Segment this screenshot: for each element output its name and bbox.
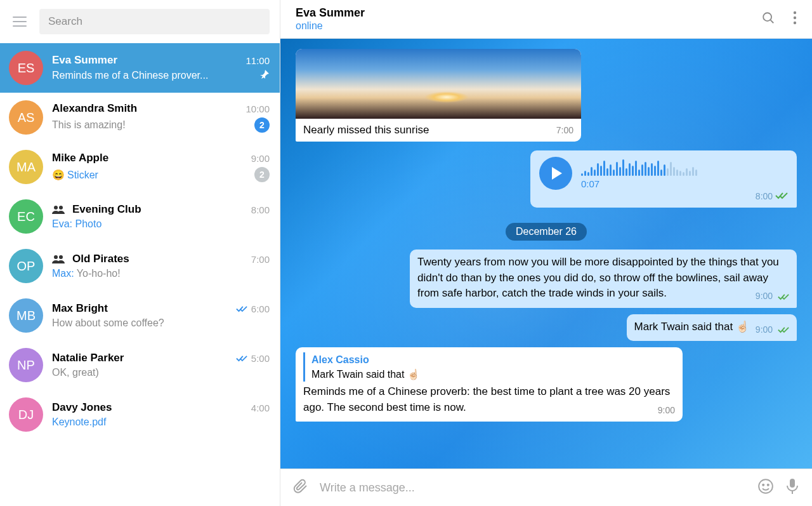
attach-icon[interactable]: [293, 479, 308, 496]
chat-preview: This is amazing!: [52, 119, 251, 131]
mic-icon[interactable]: [785, 478, 799, 497]
photo-caption: Nearly missed this sunrise: [303, 124, 556, 136]
chat-time: 11:00: [246, 55, 270, 66]
chat-item[interactable]: MBMax Bright6:00How about some coffee?: [0, 291, 280, 340]
voice-duration: 0:07: [581, 178, 788, 189]
avatar: AS: [9, 100, 43, 135]
chat-preview: Eva: Photo: [52, 218, 270, 230]
search-input[interactable]: [48, 15, 261, 28]
message-time: 9:00: [756, 324, 773, 335]
reply-text: Mark Twain said that ☝🏻: [311, 367, 675, 382]
svg-point-11: [768, 484, 769, 486]
chat-name: Natalie Parker: [52, 352, 232, 364]
message-input[interactable]: [320, 481, 746, 495]
chat-name: Max Bright: [52, 302, 232, 315]
chat-time: 9:00: [251, 153, 270, 164]
chat-name: Old Pirates: [72, 253, 247, 265]
group-icon: [52, 205, 65, 214]
message-out[interactable]: Twenty years from now you will be more d…: [410, 250, 797, 308]
chat-time: 6:00: [251, 303, 270, 314]
chat-item[interactable]: MAMike Apple9:00😄Sticker2: [0, 142, 280, 192]
read-checks-icon: [236, 355, 247, 362]
chat-preview: Max: Yo-ho-ho!: [52, 268, 270, 279]
chat-item[interactable]: DJDavy Jones4:00Keynote.pdf: [0, 390, 280, 439]
message-time: 8:00: [756, 191, 773, 201]
svg-point-2: [54, 255, 58, 259]
svg-rect-12: [790, 479, 795, 488]
read-checks-icon: [236, 305, 247, 312]
svg-point-6: [794, 11, 796, 14]
chat-preview: 😄Sticker: [52, 169, 251, 181]
read-checks-icon: [775, 191, 788, 201]
message-in[interactable]: Alex Cassio Mark Twain said that ☝🏻 Remi…: [296, 347, 683, 422]
chat-name: Davy Jones: [52, 401, 247, 414]
avatar: EC: [9, 199, 43, 234]
message-time: 9:00: [756, 291, 773, 301]
chat-name: Mike Apple: [52, 152, 247, 164]
chat-status: online: [296, 20, 761, 32]
unread-badge: 2: [254, 117, 270, 133]
search-box[interactable]: [39, 9, 270, 34]
reply-author: Alex Cassio: [311, 352, 675, 367]
chat-preview: How about some coffee?: [52, 317, 270, 329]
avatar: DJ: [9, 397, 43, 432]
message-text: Mark Twain said that ☝🏻: [634, 321, 749, 333]
message-out[interactable]: Mark Twain said that ☝🏻 9:00: [627, 314, 797, 341]
waveform[interactable]: [581, 158, 788, 176]
photo-thumbnail[interactable]: [296, 49, 581, 119]
svg-point-1: [59, 206, 63, 210]
chat-name: Evening Club: [72, 203, 247, 216]
pin-icon: [259, 69, 270, 82]
chat-title: Eva Summer: [296, 6, 761, 20]
more-icon[interactable]: [793, 11, 797, 27]
reply-reference[interactable]: Alex Cassio Mark Twain said that ☝🏻: [303, 352, 675, 382]
chat-header: Eva Summer online: [280, 0, 812, 39]
read-checks-icon: [778, 326, 789, 333]
message-time: 9:00: [658, 404, 675, 416]
chat-time: 8:00: [251, 204, 270, 215]
chat-name: Alexandra Smith: [52, 102, 242, 115]
read-checks-icon: [778, 293, 789, 300]
message-text: Reminds me of a Chinese proverb: the bes…: [303, 385, 670, 413]
svg-point-4: [763, 13, 771, 21]
unread-badge: 2: [254, 167, 270, 182]
avatar: MB: [9, 298, 43, 333]
emoji-icon[interactable]: [757, 478, 774, 497]
avatar: NP: [9, 348, 43, 382]
chat-time: 5:00: [251, 353, 270, 364]
chat-item[interactable]: ECEvening Club8:00Eva: Photo: [0, 192, 280, 241]
group-icon: [52, 255, 65, 263]
svg-point-9: [759, 479, 773, 493]
svg-point-8: [794, 22, 796, 24]
chat-preview: OK, great): [52, 367, 270, 378]
svg-point-0: [54, 206, 58, 210]
chat-item[interactable]: ESEva Summer11:00Reminds me of a Chinese…: [0, 43, 280, 93]
avatar: OP: [9, 249, 43, 283]
chat-preview: Keynote.pdf: [52, 416, 270, 428]
messages-area[interactable]: Nearly missed this sunrise 7:00 0:07 8:0…: [280, 39, 812, 469]
svg-point-10: [763, 484, 764, 486]
svg-line-5: [771, 20, 774, 23]
message-photo[interactable]: Nearly missed this sunrise 7:00: [296, 49, 581, 142]
avatar: ES: [9, 51, 43, 85]
conversation-panel: Eva Summer online Nearly missed this sun…: [280, 0, 812, 506]
message-voice[interactable]: 0:07 8:00: [530, 150, 797, 208]
play-button[interactable]: [539, 157, 572, 190]
message-time: 7:00: [556, 125, 573, 135]
date-separator: December 26: [506, 223, 587, 241]
avatar: MA: [9, 150, 43, 184]
search-chat-icon[interactable]: [761, 11, 775, 27]
chat-time: 4:00: [251, 403, 270, 413]
chat-time: 7:00: [251, 254, 270, 265]
chat-item[interactable]: NPNatalie Parker5:00OK, great): [0, 340, 280, 390]
chat-item[interactable]: ASAlexandra Smith10:00This is amazing!2: [0, 93, 280, 142]
message-text: Twenty years from now you will be more d…: [417, 256, 779, 299]
svg-point-7: [794, 17, 796, 19]
chat-time: 10:00: [246, 103, 270, 114]
chat-name: Eva Summer: [52, 54, 242, 67]
sidebar: ESEva Summer11:00Reminds me of a Chinese…: [0, 0, 280, 506]
composer: [280, 469, 812, 506]
chat-list: ESEva Summer11:00Reminds me of a Chinese…: [0, 43, 280, 506]
menu-icon[interactable]: [11, 14, 28, 29]
chat-item[interactable]: OPOld Pirates7:00Max: Yo-ho-ho!: [0, 241, 280, 291]
